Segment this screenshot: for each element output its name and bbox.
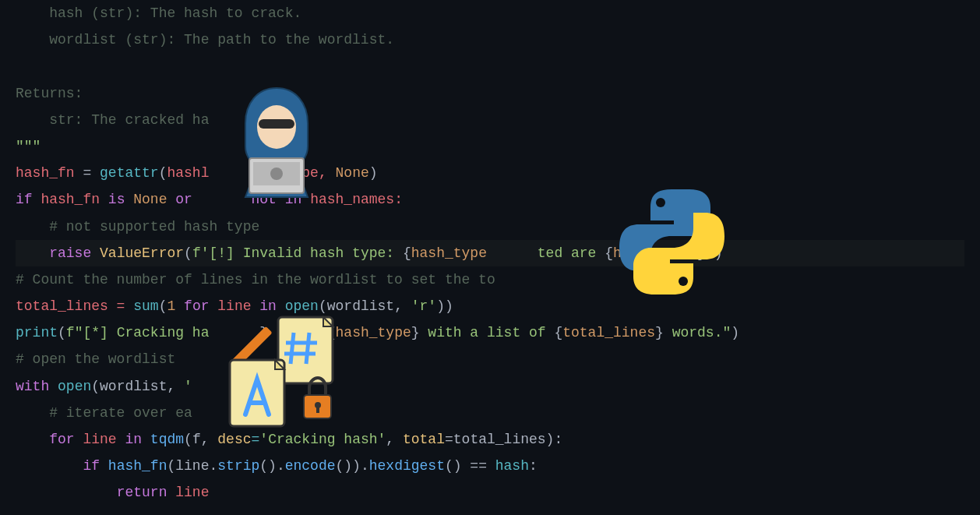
svg-rect-16 [316,405,319,413]
code-line-print: print(f"[*] Cracking ha } using {hash_ty… [16,319,964,346]
code-editor[interactable]: hash (str): The hash to crack. wordlist … [16,0,964,506]
file-hash-icon [222,313,339,434]
comment-count: # Count the number of lines in the wordl… [16,272,495,287]
comment-iterate: # iterate over ea e [16,400,964,426]
svg-rect-1 [259,119,294,129]
blank-line [16,53,964,79]
code-line-if-hash: if hash_fn(line.strip().encode()).hexdig… [16,453,964,479]
code-line-if: if hash_fn is None or not in hash_names: [16,186,964,213]
comment-open-wordlist: # open the wordlist [16,351,175,367]
code-line-with: with open(wordlist, ' [16,373,964,400]
docstring-param1: hash (str): The hash to crack. [16,5,301,21]
code-line-raise: raise ValueError(f'[!] Invalid hash type… [16,240,964,266]
code-line-total: total_lines = sum(1 for line in open(wor… [16,293,964,319]
code-line-for: for line in tqdm(f, desc='Cracking hash'… [16,426,964,453]
svg-point-6 [679,277,688,286]
code-line-hashfn: hash_fn = getattr(hashl h_type, None) [16,160,964,186]
docstring-end: """ [16,139,41,154]
svg-point-5 [656,198,665,207]
svg-point-4 [270,168,283,180]
hacker-icon [218,84,335,201]
code-line-return: return line [16,479,964,506]
docstring-param2: wordlist (str): The path to the wordlist… [16,32,394,48]
comment-not-supported: # not supported hash type [16,219,259,235]
docstring-returns: Returns: [16,86,83,101]
docstring-return-val: str: The cracked ha [16,112,209,128]
python-icon [615,185,728,298]
